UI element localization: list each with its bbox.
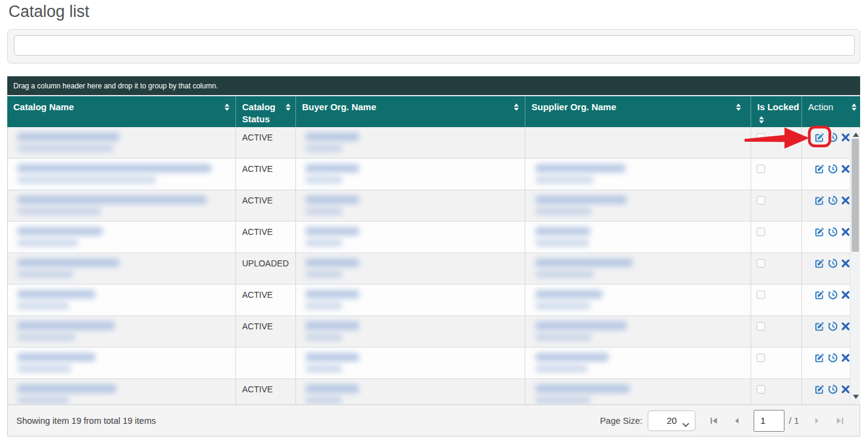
history-button[interactable] — [828, 384, 838, 394]
cell-supplier-org — [525, 127, 751, 159]
page-size-select[interactable]: 20 — [648, 410, 695, 431]
delete-icon — [841, 321, 850, 331]
redacted-text — [306, 353, 359, 361]
column-header-catalog_status[interactable]: Catalog Status — [235, 96, 295, 127]
edit-button[interactable] — [815, 353, 824, 363]
edit-icon — [815, 353, 824, 363]
cell-buyer-org — [296, 253, 525, 285]
history-button[interactable] — [828, 321, 838, 331]
redacted-text — [306, 302, 342, 309]
search-panel — [7, 29, 860, 64]
cell-buyer-org — [296, 127, 525, 159]
catalog-grid: Drag a column header here and drop it to… — [7, 76, 860, 404]
cell-catalog-name — [8, 253, 236, 285]
history-button[interactable] — [828, 196, 838, 205]
page-number-input[interactable] — [754, 410, 784, 432]
is-locked-checkbox[interactable] — [757, 133, 765, 142]
redacted-text — [306, 321, 359, 330]
history-button[interactable] — [828, 353, 838, 363]
is-locked-checkbox[interactable] — [757, 291, 765, 299]
sort-icon[interactable] — [286, 104, 291, 111]
is-locked-checkbox[interactable] — [757, 196, 765, 205]
edit-button[interactable] — [815, 384, 824, 394]
cell-action — [802, 127, 850, 159]
delete-button[interactable] — [841, 353, 850, 363]
delete-button[interactable] — [841, 259, 850, 268]
sort-icon[interactable] — [759, 116, 764, 124]
redacted-text — [306, 239, 342, 246]
column-label: Catalog Status — [242, 102, 275, 124]
redacted-text — [306, 334, 342, 341]
sort-icon[interactable] — [736, 104, 741, 111]
cell-supplier-org — [525, 222, 751, 253]
redacted-text — [536, 321, 626, 330]
delete-icon — [841, 259, 850, 268]
is-locked-checkbox[interactable] — [757, 228, 765, 236]
group-by-drop-zone[interactable]: Drag a column header here and drop it to… — [7, 76, 860, 95]
redacted-text — [18, 271, 73, 278]
edit-button[interactable] — [815, 133, 824, 142]
delete-icon — [841, 227, 850, 237]
history-button[interactable] — [828, 259, 838, 268]
column-header-catalog_name[interactable]: Catalog Name — [7, 96, 235, 127]
first-page-button[interactable] — [709, 416, 718, 426]
edit-button[interactable] — [815, 164, 824, 174]
delete-button[interactable] — [841, 384, 850, 394]
sort-icon[interactable] — [852, 104, 856, 111]
scroll-down-icon[interactable] — [853, 395, 859, 399]
column-header-buyer_org[interactable]: Buyer Org. Name — [295, 96, 525, 127]
edit-icon — [815, 259, 824, 268]
delete-button[interactable] — [841, 227, 850, 237]
cell-catalog-name — [8, 159, 236, 190]
cell-is-locked — [751, 127, 802, 159]
column-header-supplier_org[interactable]: Supplier Org. Name — [525, 96, 751, 127]
edit-button[interactable] — [815, 290, 824, 300]
edit-button[interactable] — [815, 259, 824, 268]
is-locked-checkbox[interactable] — [757, 385, 765, 394]
history-icon — [828, 164, 838, 174]
delete-button[interactable] — [841, 164, 850, 174]
redacted-text — [306, 384, 359, 393]
history-button[interactable] — [828, 290, 838, 300]
redacted-text — [306, 196, 359, 204]
is-locked-checkbox[interactable] — [757, 322, 765, 331]
redacted-text — [536, 334, 591, 341]
search-input[interactable] — [14, 35, 855, 56]
cell-is-locked — [751, 159, 802, 190]
history-button[interactable] — [828, 133, 838, 142]
cell-catalog-name — [8, 316, 236, 348]
edit-icon — [815, 196, 824, 205]
delete-button[interactable] — [841, 321, 850, 331]
delete-button[interactable] — [841, 196, 850, 205]
is-locked-checkbox[interactable] — [757, 354, 765, 362]
last-page-button[interactable] — [835, 416, 845, 426]
cell-catalog-status: ACTIVE — [236, 316, 296, 348]
vertical-scrollbar[interactable] — [850, 127, 860, 404]
previous-page-button[interactable] — [732, 416, 741, 426]
history-button[interactable] — [828, 227, 838, 237]
redacted-text — [18, 196, 206, 204]
column-label: Buyer Org. Name — [302, 102, 376, 112]
redacted-text — [18, 365, 71, 372]
edit-button[interactable] — [815, 196, 824, 205]
column-header-action[interactable]: Action — [801, 96, 860, 127]
history-button[interactable] — [828, 164, 838, 174]
sort-icon[interactable] — [225, 104, 229, 111]
is-locked-checkbox[interactable] — [757, 165, 765, 173]
edit-button[interactable] — [815, 227, 824, 237]
cell-supplier-org — [525, 159, 751, 190]
delete-button[interactable] — [841, 290, 850, 300]
sort-icon[interactable] — [514, 104, 519, 111]
is-locked-checkbox[interactable] — [757, 259, 765, 268]
redacted-text — [536, 227, 590, 236]
next-page-button[interactable] — [812, 416, 822, 426]
redacted-text — [306, 176, 342, 183]
scroll-up-icon[interactable] — [853, 133, 859, 137]
column-header-is_locked[interactable]: Is Locked — [751, 96, 801, 127]
delete-button[interactable] — [841, 133, 850, 142]
scrollbar-thumb[interactable] — [852, 139, 859, 252]
cell-is-locked — [751, 379, 802, 404]
redacted-text — [536, 397, 590, 404]
edit-button[interactable] — [815, 321, 824, 331]
redacted-text — [18, 302, 69, 309]
